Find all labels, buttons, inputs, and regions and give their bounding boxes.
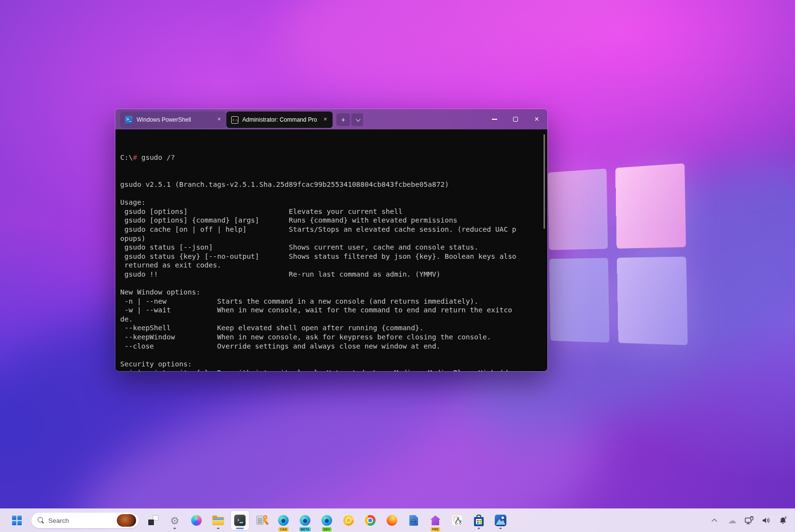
search-icon — [38, 517, 44, 524]
chrome-icon — [365, 515, 376, 526]
minimize-icon — [492, 119, 497, 119]
cloud-icon: ☁ — [728, 517, 737, 525]
terminal-content[interactable]: C:\# gsudo /? gsudo v2.5.1 (Branch.tags-… — [115, 129, 547, 372]
notifications-dnd-button[interactable]: z — [777, 513, 789, 528]
edge-dev-icon — [321, 515, 332, 526]
minimize-button[interactable] — [484, 109, 505, 129]
close-icon: × — [534, 115, 539, 123]
terminal-output: gsudo v2.5.1 (Branch.tags-v2.5.1.Sha.25d… — [120, 180, 547, 372]
terminal-icon: › — [234, 515, 246, 526]
windows-logo-pane — [617, 257, 688, 345]
tab-admin-command-prompt[interactable]: C:\ Administrator: Command Pro × — [226, 112, 333, 128]
taskbar-item-file-explorer[interactable] — [209, 511, 227, 530]
maximize-button[interactable] — [505, 109, 526, 129]
taskbar-item-snipping-tool[interactable]: + — [448, 511, 466, 530]
hidden-icons-button[interactable] — [709, 513, 722, 528]
canary-badge: CAN — [279, 527, 289, 532]
beta-badge: BETA — [299, 527, 311, 532]
windows-logo — [548, 163, 688, 345]
microsoft-store-icon — [473, 515, 485, 526]
terminal-titlebar[interactable]: >_ Windows PowerShell × C:\ Administrato… — [115, 109, 547, 129]
taskbar-item-copilot[interactable] — [187, 511, 206, 530]
edge-beta-icon — [300, 515, 310, 526]
start-button[interactable] — [8, 511, 26, 530]
running-indicator — [217, 528, 220, 529]
taskbar-item-firefox[interactable] — [383, 511, 401, 530]
taskbar-item-edge-dev[interactable]: DEV — [318, 511, 336, 530]
windows-logo-pane — [549, 258, 610, 343]
taskbar-apps: Search ⚙ › — [8, 511, 510, 530]
active-indicator — [236, 528, 244, 529]
cmd-icon: C:\ — [231, 116, 238, 124]
task-view-button[interactable] — [144, 511, 162, 530]
volume-button[interactable] — [760, 513, 772, 528]
chrome-canary-icon — [343, 515, 354, 526]
taskbar-item-settings[interactable]: ⚙ — [166, 511, 184, 530]
windows-logo-pane — [548, 168, 608, 250]
prompt-path: C:\ — [120, 154, 133, 161]
tab-windows-powershell[interactable]: >_ Windows PowerShell × — [120, 112, 226, 128]
network-button[interactable] — [743, 513, 755, 528]
chevron-up-icon — [711, 518, 717, 524]
task-view-icon — [148, 515, 158, 526]
taskbar-item-edge-canary[interactable]: CAN — [274, 511, 293, 530]
running-indicator — [174, 528, 176, 529]
search-daily-image[interactable] — [117, 514, 136, 527]
gear-icon: ⚙ — [170, 516, 180, 526]
taskbar-item-internet-shortcut[interactable] — [404, 511, 423, 530]
onedrive-button[interactable]: ☁ — [726, 513, 739, 528]
tab-close-icon[interactable]: × — [321, 115, 330, 124]
windows-logo-pane — [615, 163, 686, 249]
tab-strip: >_ Windows PowerShell × C:\ Administrato… — [115, 109, 484, 129]
edge-canary-icon — [278, 515, 289, 526]
speaker-icon — [761, 515, 771, 526]
preview-badge: PRE — [431, 527, 440, 532]
taskbar-item-chrome[interactable] — [361, 511, 379, 530]
terminal-window: >_ Windows PowerShell × C:\ Administrato… — [115, 109, 548, 372]
tweaker-icon — [256, 515, 267, 526]
taskbar-item-microsoft-store[interactable] — [470, 511, 488, 530]
tab-title: Administrator: Command Pro — [242, 116, 317, 123]
prompt-command: gsudo /? — [137, 154, 175, 161]
network-icon — [744, 515, 754, 526]
taskbar: Search ⚙ › — [0, 508, 795, 532]
taskbar-item-dev-home[interactable]: PRE — [426, 511, 445, 530]
dev-home-icon — [430, 515, 441, 526]
search-placeholder: Search — [48, 517, 117, 524]
tab-dropdown-button[interactable] — [351, 113, 363, 126]
new-tab-group: + — [336, 113, 363, 126]
svg-text:z: z — [785, 516, 787, 519]
photos-icon — [495, 515, 506, 526]
bell-dnd-icon: z — [778, 515, 788, 526]
snipping-tool-icon: + — [451, 515, 463, 526]
caption-buttons: × — [484, 109, 547, 129]
file-explorer-icon — [212, 516, 224, 525]
internet-document-icon — [409, 515, 418, 526]
tab-close-icon[interactable]: × — [215, 115, 223, 124]
firefox-icon — [387, 515, 397, 526]
taskbar-item-system-tweaker[interactable] — [252, 511, 271, 530]
close-button[interactable]: × — [526, 109, 547, 129]
terminal-scrollbar[interactable] — [544, 134, 545, 229]
windows-start-icon — [12, 516, 22, 525]
chevron-down-icon — [355, 117, 360, 122]
system-tray: ☁ z — [709, 513, 789, 528]
prompt-symbol: # — [133, 154, 137, 161]
copilot-icon — [191, 515, 202, 526]
taskbar-item-edge-beta[interactable]: BETA — [296, 511, 314, 530]
running-indicator — [500, 528, 502, 529]
dev-badge: DEV — [322, 527, 332, 532]
taskbar-item-chrome-canary[interactable] — [339, 511, 358, 530]
taskbar-item-terminal[interactable]: › — [231, 511, 249, 530]
running-indicator — [478, 528, 480, 529]
terminal-prompt-line: C:\# gsudo /? — [120, 153, 547, 162]
maximize-icon — [513, 117, 518, 122]
powershell-icon: >_ — [125, 116, 133, 124]
new-tab-button[interactable]: + — [336, 113, 350, 126]
tab-title: Windows PowerShell — [137, 116, 211, 123]
taskbar-item-photos[interactable] — [491, 511, 510, 530]
search-box[interactable]: Search — [31, 513, 139, 528]
